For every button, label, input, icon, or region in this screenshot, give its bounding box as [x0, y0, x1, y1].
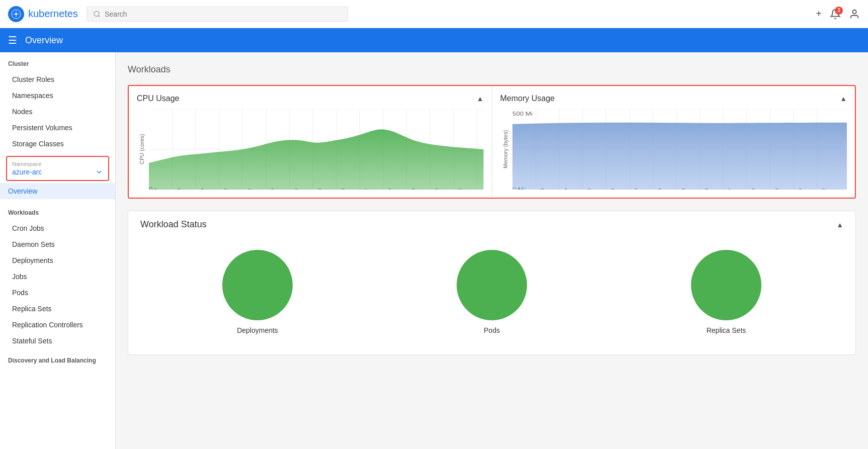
svg-point-6 [94, 11, 99, 16]
sidebar-item-deployments[interactable]: Deployments [0, 252, 115, 268]
search-icon [93, 10, 101, 18]
svg-marker-3 [13, 14, 15, 15]
chevron-down-icon [95, 168, 103, 176]
memory-collapse-button[interactable]: ▲ [840, 95, 847, 103]
sidebar-item-nodes[interactable]: Nodes [0, 104, 115, 120]
sidebar-item-namespaces[interactable]: Namespaces [0, 87, 115, 104]
deployments-circle [222, 250, 293, 320]
replica-sets-label: Replica Sets [707, 326, 746, 334]
svg-text:500 Mi: 500 Mi [512, 111, 533, 117]
replica-sets-status: Replica Sets [691, 250, 761, 334]
discovery-section-label: Discovery and Load Balancing [0, 349, 115, 368]
search-bar[interactable] [86, 7, 348, 22]
user-avatar-button[interactable] [849, 9, 860, 20]
namespace-label: Namespace [12, 161, 103, 167]
cpu-chart-title: CPU Usage [137, 94, 179, 103]
main-content: Workloads CPU Usage ▲ CPU (cores) [116, 52, 868, 449]
replica-sets-circle [691, 250, 761, 320]
brand-name: kubernetes [28, 8, 78, 20]
cpu-chart-area: CPU (cores) [137, 109, 484, 190]
page-title: Workloads [128, 64, 856, 75]
svg-line-7 [99, 15, 100, 17]
notifications-button[interactable]: 3 [830, 9, 841, 20]
cpu-chart-svg: 0 10:42 10:43 [149, 109, 484, 190]
svg-point-8 [852, 10, 856, 13]
cpu-y-axis-label: CPU (cores) [137, 109, 145, 190]
workload-status-title: Workload Status [140, 219, 207, 230]
memory-y-axis-label: Memory (bytes) [500, 109, 508, 190]
pods-status: Pods [457, 250, 527, 334]
pods-label: Pods [484, 326, 500, 334]
sidebar: Cluster Cluster Roles Namespaces Nodes P… [0, 52, 116, 449]
sidebar-item-persistent-volumes[interactable]: Persistent Volumes [0, 120, 115, 136]
memory-chart-header: Memory Usage ▲ [500, 94, 847, 103]
nav-actions: + 3 [816, 8, 860, 20]
brand-logo: kubernetes [8, 6, 78, 22]
cpu-chart-header: CPU Usage ▲ [137, 94, 484, 103]
top-navigation: kubernetes + 3 [0, 0, 868, 28]
sidebar-item-cron-jobs[interactable]: Cron Jobs [0, 220, 115, 236]
sidebar-item-jobs[interactable]: Jobs [0, 268, 115, 285]
namespace-value: azure-arc [12, 168, 42, 176]
cpu-collapse-button[interactable]: ▲ [477, 95, 484, 103]
header-title: Overview [25, 35, 63, 46]
search-input[interactable] [105, 10, 341, 18]
memory-chart-area: Memory (bytes) [500, 109, 847, 190]
svg-marker-4 [17, 14, 20, 15]
sidebar-item-overview[interactable]: Overview [0, 183, 115, 199]
sidebar-item-storage-classes[interactable]: Storage Classes [0, 136, 115, 152]
sidebar-item-cluster-roles[interactable]: Cluster Roles [0, 71, 115, 87]
workload-status-header: Workload Status ▲ [140, 219, 843, 230]
memory-chart-panel: Memory Usage ▲ Memory (bytes) [492, 86, 855, 198]
workload-status-collapse[interactable]: ▲ [836, 221, 843, 229]
notification-badge: 3 [835, 7, 843, 15]
sidebar-item-pods[interactable]: Pods [0, 285, 115, 301]
workload-status-section: Workload Status ▲ Deployments Pods Repli… [128, 211, 856, 355]
charts-container: CPU Usage ▲ CPU (cores) [128, 85, 856, 199]
sidebar-item-daemon-sets[interactable]: Daemon Sets [0, 236, 115, 252]
memory-chart-title: Memory Usage [500, 94, 555, 103]
workload-status-circles: Deployments Pods Replica Sets [140, 242, 843, 346]
workloads-section-label: Workloads [0, 201, 115, 220]
sidebar-item-replica-sets[interactable]: Replica Sets [0, 301, 115, 317]
cpu-chart-panel: CPU Usage ▲ CPU (cores) [129, 86, 492, 198]
svg-marker-2 [16, 15, 17, 18]
header-bar: ☰ Overview [0, 28, 868, 52]
svg-point-5 [15, 13, 17, 15]
sidebar-item-replication-controllers[interactable]: Replication Controllers [0, 317, 115, 333]
memory-chart-svg: 500 Mi 0 Mi 10:42 [512, 109, 847, 190]
main-layout: Cluster Cluster Roles Namespaces Nodes P… [0, 52, 868, 449]
user-icon [849, 9, 860, 20]
hamburger-menu[interactable]: ☰ [8, 34, 17, 46]
deployments-label: Deployments [237, 326, 278, 334]
svg-marker-1 [16, 11, 17, 13]
namespace-select[interactable]: azure-arc [12, 168, 103, 176]
pods-circle [457, 250, 527, 320]
cluster-section-label: Cluster [0, 52, 115, 71]
namespace-box: Namespace azure-arc [6, 156, 109, 181]
add-button[interactable]: + [816, 8, 822, 20]
deployments-status: Deployments [222, 250, 293, 334]
sidebar-item-stateful-sets[interactable]: Stateful Sets [0, 333, 115, 349]
kubernetes-icon [8, 6, 24, 22]
